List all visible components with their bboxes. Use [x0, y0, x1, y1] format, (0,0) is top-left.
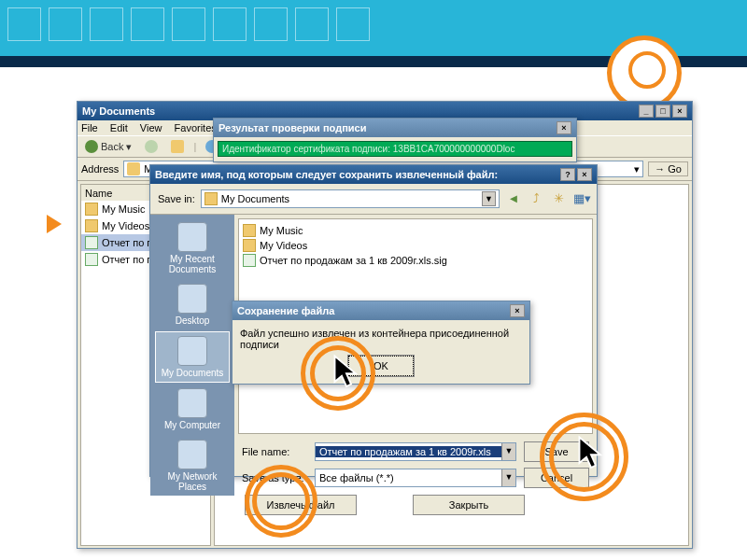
folder-icon [243, 239, 256, 252]
maximize-button[interactable]: □ [655, 105, 670, 118]
list-item[interactable]: My Music [243, 223, 588, 238]
saveas-title: Введите имя, под которым следует сохрани… [155, 169, 498, 180]
list-item[interactable]: My Videos [243, 238, 588, 253]
filename-label: File name: [242, 446, 307, 457]
chevron-down-icon[interactable]: ▼ [482, 191, 496, 206]
list-item[interactable]: Отчет по продажам за 1 кв 2009г.xls.sig [243, 253, 588, 268]
file-icon [85, 236, 98, 249]
back-button[interactable]: Back ▾ [81, 139, 135, 154]
up-one-level-icon[interactable]: ⤴ [528, 190, 544, 207]
close-button[interactable]: × [577, 168, 592, 181]
sigcheck-title: Результат проверки подписи [218, 122, 366, 133]
folder-icon [85, 219, 98, 232]
mydocs-icon [177, 336, 207, 366]
close-button[interactable]: Закрыть [413, 495, 525, 515]
close-button[interactable]: × [510, 304, 525, 317]
up-icon [171, 140, 184, 153]
place-recent[interactable]: My Recent Documents [155, 218, 230, 278]
saveas-titlebar[interactable]: Введите имя, под которым следует сохрани… [150, 165, 597, 184]
sigcheck-window: Результат проверки подписи × Идентификат… [213, 118, 577, 162]
close-button[interactable]: × [672, 105, 687, 118]
confirm-titlebar[interactable]: Сохранение файла × [233, 301, 529, 320]
address-label: Address [81, 163, 119, 175]
place-desktop[interactable]: Desktop [155, 280, 230, 329]
file-icon [85, 253, 98, 266]
menu-favorites[interactable]: Favorites [175, 122, 217, 133]
folder-icon [243, 224, 256, 237]
help-button[interactable]: ? [560, 168, 575, 181]
folder-icon [127, 162, 140, 175]
close-button[interactable]: × [557, 121, 571, 134]
places-bar: My Recent Documents Desktop My Documents… [150, 215, 234, 496]
back-icon[interactable]: ◄ [505, 190, 522, 207]
confirm-title: Сохранение файла [237, 305, 334, 316]
recent-icon [177, 222, 207, 252]
confirm-dialog: Сохранение файла × Файл успешно извлечен… [232, 301, 530, 385]
savein-label: Save in: [158, 193, 195, 204]
menu-file[interactable]: File [81, 122, 98, 133]
mycomputer-icon [177, 388, 207, 418]
sigcheck-titlebar[interactable]: Результат проверки подписи × [214, 119, 576, 137]
menu-view[interactable]: View [140, 122, 162, 133]
desktop-icon [177, 284, 207, 314]
forward-icon [145, 140, 158, 153]
views-icon[interactable]: ▦▾ [572, 190, 589, 207]
savein-combo[interactable]: My Documents ▼ [201, 189, 500, 208]
saveastype-label: Save as type: [242, 472, 307, 483]
place-network[interactable]: My Network Places [155, 436, 230, 496]
new-folder-icon[interactable]: ✳ [550, 190, 567, 207]
confirm-message: Файл успешно извлечен из контейнера прис… [240, 328, 522, 350]
place-mydocs[interactable]: My Documents [155, 331, 230, 383]
go-button[interactable]: → Go [648, 161, 688, 176]
mascot-icon [607, 35, 682, 110]
saveastype-combo[interactable]: Все файлы (*.*)▼ [315, 469, 516, 487]
extract-file-button[interactable]: Извлечь файл [245, 495, 357, 515]
sig-cert-id: Идентификатор сертификата подписи: 13BB1… [218, 141, 572, 157]
folder-icon [85, 203, 98, 216]
pointer-wedge-icon [47, 215, 62, 233]
minimize-button[interactable]: _ [639, 105, 654, 118]
filename-input[interactable]: Отчет по продажам за 1 кв 2009г.xls▼ [315, 442, 516, 461]
explorer-title: My Documents [82, 105, 155, 117]
folder-icon [204, 192, 218, 205]
ok-button[interactable]: OK [348, 356, 414, 376]
chevron-down-icon[interactable]: ▼ [501, 443, 515, 460]
forward-button[interactable] [141, 139, 162, 154]
cancel-button[interactable]: Cancel [524, 468, 589, 488]
menu-edit[interactable]: Edit [110, 122, 128, 133]
up-button[interactable] [167, 139, 188, 154]
back-icon [85, 140, 98, 153]
save-button[interactable]: Save [524, 441, 589, 462]
side-header-name[interactable]: Name [85, 188, 112, 199]
chevron-down-icon[interactable]: ▼ [501, 469, 515, 486]
network-icon [177, 440, 207, 469]
file-icon [243, 254, 256, 267]
place-mycomputer[interactable]: My Computer [155, 385, 230, 434]
sigcheck-bottom-buttons: Извлечь файл Закрыть [245, 495, 525, 515]
